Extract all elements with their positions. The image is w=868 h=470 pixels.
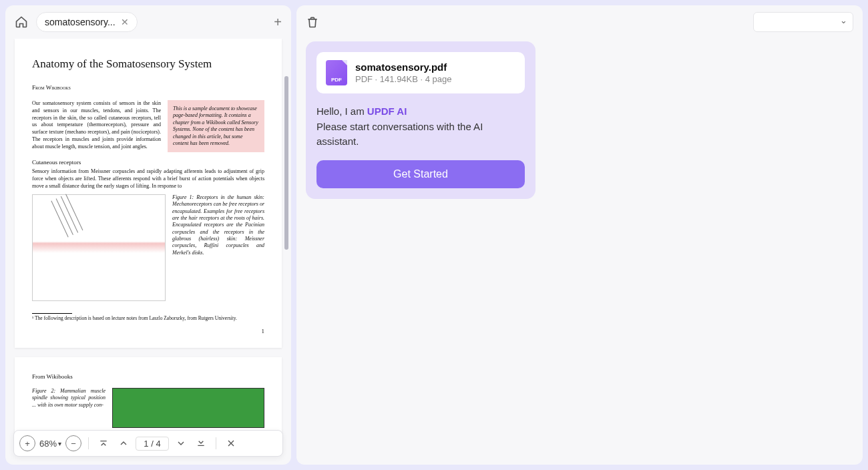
page-input[interactable]: 1 / 4 [136, 437, 169, 451]
separator [88, 437, 89, 449]
new-tab-button[interactable]: + [274, 15, 282, 30]
zoom-level[interactable]: 68% ▾ [39, 439, 61, 449]
close-toolbar-button[interactable] [223, 435, 239, 451]
page-number: 1 [32, 328, 264, 334]
figure-2-caption: Figure 2: Mammalian muscle spindle showi… [32, 388, 105, 428]
scrollbar[interactable] [284, 76, 288, 250]
pdf-page-1: Anatomy of the Somatosensory System From… [15, 39, 282, 348]
next-page-button[interactable] [173, 435, 189, 451]
get-started-button[interactable]: Get Started [316, 160, 525, 188]
viewer-toolbar: + 68% ▾ − 1 / 4 [13, 430, 283, 457]
left-header: somatosensory... ✕ + [5, 5, 291, 39]
ai-pane: somatosensory.pdf PDF · 141.94KB · 4 pag… [296, 5, 863, 465]
section-body: Sensory information from Meissner corpus… [32, 168, 264, 190]
home-icon[interactable] [15, 15, 28, 29]
page2-header: From Wikibooks [32, 373, 264, 380]
file-name: somatosensory.pdf [355, 61, 452, 73]
ai-name: UPDF AI [367, 105, 407, 117]
pdf-viewer[interactable]: Anatomy of the Somatosensory System From… [5, 39, 291, 465]
pdf-pane: somatosensory... ✕ + Anatomy of the Soma… [5, 5, 291, 465]
zoom-out-button[interactable]: − [65, 435, 81, 451]
intro-paragraph: Our somatosensory system consists of sen… [32, 100, 161, 152]
section-heading: Cutaneous receptors [32, 159, 264, 166]
prev-page-button[interactable] [116, 435, 132, 451]
figure-2-image [112, 388, 264, 428]
document-tab[interactable]: somatosensory... ✕ [36, 12, 138, 32]
close-tab-icon[interactable]: ✕ [121, 17, 129, 27]
model-select-dropdown[interactable] [753, 12, 853, 32]
last-page-button[interactable] [193, 435, 209, 451]
right-header [296, 5, 863, 39]
first-page-button[interactable] [95, 435, 112, 451]
source-line: From Wikibooks [32, 84, 264, 91]
zoom-in-button[interactable]: + [19, 435, 35, 451]
ai-intro: Hello, I am UPDF AI Please start convers… [316, 104, 525, 150]
ai-card: somatosensory.pdf PDF · 141.94KB · 4 pag… [306, 41, 535, 199]
figure-1-caption: Figure 1: Receptors in the human skin: M… [172, 194, 264, 301]
file-meta: PDF · 141.94KB · 4 page [355, 74, 452, 84]
separator [216, 437, 216, 449]
footnote: ¹ The following description is based on … [32, 310, 264, 321]
file-card[interactable]: somatosensory.pdf PDF · 141.94KB · 4 pag… [316, 52, 525, 93]
figure-1-image [32, 194, 166, 301]
callout-note: This is a sample document to showcase pa… [168, 100, 264, 152]
tab-title: somatosensory... [45, 17, 116, 27]
pdf-file-icon [326, 60, 347, 85]
page-title: Anatomy of the Somatosensory System [32, 57, 264, 71]
trash-icon[interactable] [306, 15, 319, 29]
